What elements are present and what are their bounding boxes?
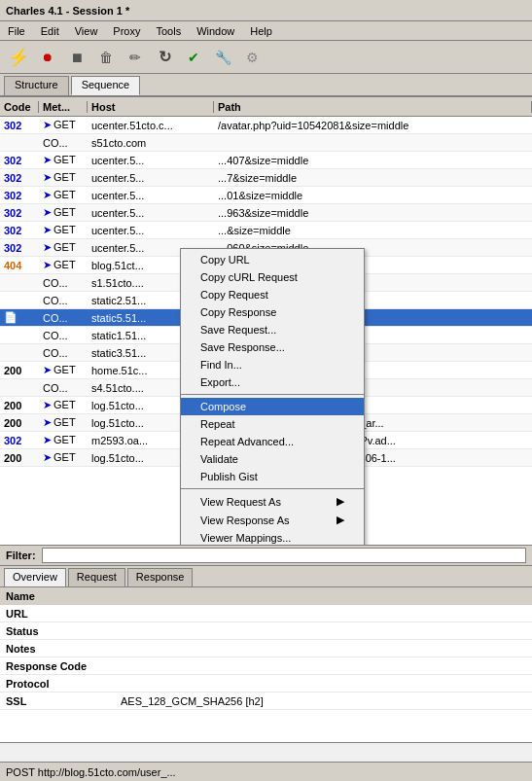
cell-code: 404: [0, 260, 39, 271]
context-menu: Copy URLCopy cURL RequestCopy RequestCop…: [180, 248, 365, 545]
menu-copy-curl-request[interactable]: Copy cURL Request: [181, 268, 364, 286]
cell-method: CO...: [39, 312, 88, 324]
cell-method: CO...: [39, 137, 88, 149]
cell-code: 302: [0, 155, 39, 166]
table-row[interactable]: 302 ➤GET ucenter.5... ...963&size=middle: [0, 204, 532, 222]
bottom-row: Response Code: [0, 657, 532, 675]
clear-button[interactable]: 🗑: [93, 45, 119, 70]
check-button[interactable]: ✔: [181, 45, 206, 70]
pencil-button[interactable]: ✏: [123, 45, 148, 70]
cell-method: ➤GET: [39, 259, 88, 271]
bottom-tab-response[interactable]: Response: [127, 568, 194, 586]
refresh-button[interactable]: ↻: [152, 45, 177, 70]
bottom-tab-bar: OverviewRequestResponse: [0, 566, 532, 587]
bottom-key: SSL: [0, 695, 117, 707]
filter-input[interactable]: [42, 548, 526, 563]
cell-code: 302: [0, 207, 39, 219]
menu-copy-request[interactable]: Copy Request: [181, 286, 364, 303]
submenu-arrow-icon: ▶: [337, 495, 344, 508]
cell-method: ➤GET: [39, 171, 88, 184]
table-row[interactable]: 302 ➤GET ucenter.51cto.c... /avatar.php?…: [0, 117, 532, 134]
status-text: POST http://blog.51cto.com/user_...: [6, 766, 176, 778]
menu-window[interactable]: Window: [193, 24, 238, 38]
menu-proxy[interactable]: Proxy: [109, 24, 144, 38]
tab-structure[interactable]: Structure: [4, 76, 69, 95]
bottom-row: Notes: [0, 640, 532, 657]
submenu-arrow-icon: ▶: [337, 514, 344, 526]
col-host: Host: [88, 101, 214, 113]
menu-file[interactable]: File: [4, 24, 29, 38]
bottom-key: Response Code: [0, 660, 117, 672]
menu-copy-response[interactable]: Copy Response: [181, 303, 364, 321]
tab-sequence[interactable]: Sequence: [71, 76, 141, 95]
menu-compose[interactable]: Compose: [181, 398, 364, 415]
request-arrow-icon: ➤: [43, 224, 52, 235]
gear-button[interactable]: ⚙: [239, 45, 265, 70]
bottom-tab-overview[interactable]: Overview: [4, 568, 66, 586]
cell-path: ...963&size=middle: [214, 207, 532, 219]
menu-view[interactable]: View: [71, 24, 102, 38]
cell-code: 302: [0, 120, 39, 131]
main-tab-bar: Structure Sequence: [0, 74, 532, 97]
bottom-tab-request[interactable]: Request: [68, 568, 125, 586]
request-arrow-icon: ➤: [43, 259, 52, 270]
menu-item-label: View Request As: [200, 496, 281, 508]
cell-method: ➤GET: [39, 206, 88, 219]
cell-path: ...&size=middle: [214, 225, 532, 236]
menu-save-response[interactable]: Save Response...: [181, 338, 364, 356]
bottom-value: AES_128_GCM_SHA256 [h2]: [117, 695, 267, 707]
menu-bar: File Edit View Proxy Tools Window Help: [0, 21, 532, 41]
col-path: Path: [214, 101, 532, 113]
cell-code: 302: [0, 435, 39, 446]
cell-code: 302: [0, 242, 39, 254]
menu-export[interactable]: Export...: [181, 373, 364, 391]
record-button[interactable]: ⏺: [35, 45, 60, 70]
menu-help[interactable]: Help: [246, 24, 276, 38]
request-arrow-icon: ➤: [43, 171, 52, 183]
request-arrow-icon: ➤: [43, 241, 52, 253]
filter-bar: Filter:: [0, 545, 532, 566]
cell-code: 302: [0, 225, 39, 236]
compose-button[interactable]: ⚡: [6, 45, 31, 70]
menu-edit[interactable]: Edit: [37, 24, 63, 38]
bottom-row: Protocol: [0, 675, 532, 692]
stop-button[interactable]: ⏹: [64, 45, 89, 70]
cell-host: ucenter.51cto.c...: [88, 120, 214, 131]
toolbar: ⚡ ⏺ ⏹ 🗑 ✏ ↻ ✔ 🔧 ⚙: [0, 41, 532, 74]
cell-host: ucenter.5...: [88, 155, 214, 166]
table-row[interactable]: 302 ➤GET ucenter.5... ...7&size=middle: [0, 169, 532, 187]
cell-method: ➤GET: [39, 189, 88, 201]
menu-separator: [181, 394, 364, 395]
table-header: Code Met... Host Path: [0, 97, 532, 117]
menu-tools[interactable]: Tools: [152, 24, 185, 38]
wrench-button[interactable]: 🔧: [210, 45, 235, 70]
request-arrow-icon: ➤: [43, 399, 52, 410]
cell-method: CO...: [39, 277, 88, 289]
bottom-section-header: Name: [0, 587, 532, 605]
col-method: Met...: [39, 101, 88, 113]
menu-validate[interactable]: Validate: [181, 450, 364, 468]
menu-view-response-as[interactable]: View Response As▶: [181, 511, 364, 529]
title-text: Charles 4.1 - Session 1 *: [6, 5, 526, 17]
cell-code: 200: [0, 400, 39, 411]
table-row[interactable]: CO... s51cto.com: [0, 134, 532, 152]
cell-code: 302: [0, 190, 39, 201]
bottom-key: Protocol: [0, 678, 117, 690]
bottom-row: URL: [0, 605, 532, 622]
menu-view-request-as[interactable]: View Request As▶: [181, 492, 364, 511]
menu-save-request[interactable]: Save Request...: [181, 321, 364, 338]
cell-method: ➤GET: [39, 451, 88, 464]
bottom-panel: Name URL Status Notes Response Code Prot…: [0, 587, 532, 743]
menu-copy-url[interactable]: Copy URL: [181, 251, 364, 268]
menu-repeat[interactable]: Repeat: [181, 415, 364, 433]
menu-repeat-advanced[interactable]: Repeat Advanced...: [181, 433, 364, 450]
menu-find-in[interactable]: Find In...: [181, 356, 364, 373]
table-row[interactable]: 302 ➤GET ucenter.5... ...01&size=middle: [0, 187, 532, 204]
request-arrow-icon: ➤: [43, 451, 52, 463]
cell-method: CO...: [39, 295, 88, 306]
table-row[interactable]: 302 ➤GET ucenter.5... ...&size=middle: [0, 222, 532, 239]
menu-viewer-mappings[interactable]: Viewer Mappings...: [181, 529, 364, 545]
cell-path: ...7&size=middle: [214, 172, 532, 184]
menu-publish-gist[interactable]: Publish Gist: [181, 468, 364, 485]
table-row[interactable]: 302 ➤GET ucenter.5... ...407&size=middle: [0, 152, 532, 169]
